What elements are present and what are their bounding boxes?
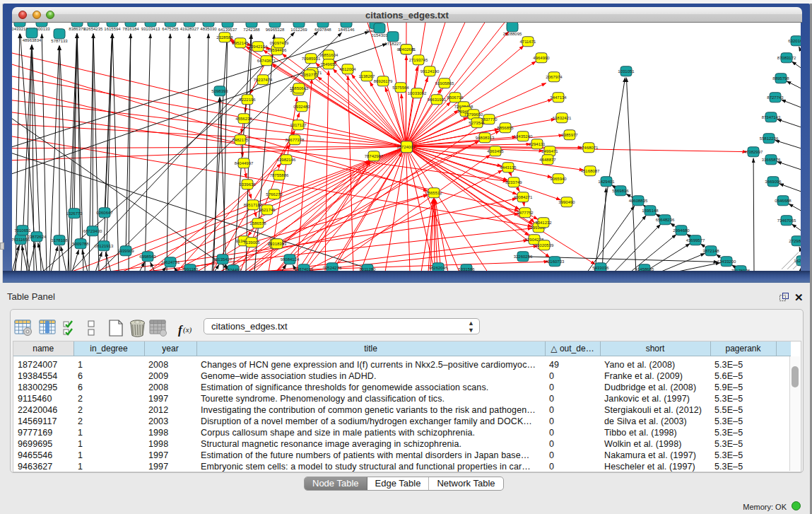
svg-text:9065940: 9065940	[550, 177, 567, 181]
svg-text:41458685: 41458685	[635, 267, 654, 271]
svg-text:7482175: 7482175	[232, 138, 249, 142]
svg-text:6697848: 6697848	[314, 28, 331, 32]
svg-text:1031051: 1031051	[618, 69, 635, 74]
svg-text:7010651: 7010651	[14, 228, 31, 233]
svg-text:5766270: 5766270	[266, 192, 283, 197]
svg-text:73467065: 73467065	[777, 218, 796, 223]
svg-text:5375564: 5375564	[392, 86, 409, 90]
svg-text:64743671: 64743671	[257, 59, 276, 63]
svg-text:2294131: 2294131	[529, 142, 546, 146]
svg-text:79237474: 79237474	[254, 78, 273, 82]
svg-text:13435240: 13435240	[514, 134, 533, 139]
svg-text:1326773: 1326773	[66, 211, 83, 216]
svg-text:0952145: 0952145	[232, 41, 249, 45]
svg-text:25288095: 25288095	[503, 32, 522, 36]
svg-text:15850643: 15850643	[290, 86, 309, 90]
svg-text:84044997: 84044997	[235, 161, 254, 165]
svg-text:93103413: 93103413	[141, 27, 160, 31]
svg-text:3341232: 3341232	[535, 221, 552, 225]
svg-text:0932480: 0932480	[293, 105, 310, 109]
svg-text:0154303: 0154303	[371, 33, 388, 37]
svg-text:7139005: 7139005	[243, 240, 260, 245]
svg-text:68723430: 68723430	[83, 229, 102, 233]
svg-text:96965328: 96965328	[266, 28, 285, 32]
svg-text:34624751: 34624751	[161, 260, 180, 264]
svg-text:32260256: 32260256	[514, 255, 533, 259]
svg-text:2328588: 2328588	[216, 35, 233, 40]
svg-text:61832421: 61832421	[553, 116, 572, 120]
svg-text:6475255: 6475255	[162, 27, 179, 31]
svg-text:1824493: 1824493	[225, 268, 242, 271]
svg-text:08121913: 08121913	[95, 244, 114, 248]
svg-text:7837770: 7837770	[481, 117, 498, 122]
svg-text:33942104: 33942104	[249, 45, 268, 49]
svg-text:1595148: 1595148	[642, 209, 659, 213]
svg-text:9477752: 9477752	[517, 211, 534, 215]
svg-text:1317127: 1317127	[290, 123, 307, 127]
svg-text:47382997: 47382997	[744, 150, 763, 154]
svg-text:7549651: 7549651	[320, 62, 337, 66]
svg-text:09097439: 09097439	[270, 41, 289, 45]
svg-text:79176936: 79176936	[731, 269, 751, 271]
svg-text:78755886: 78755886	[270, 173, 289, 177]
svg-text:2994680: 2994680	[673, 228, 690, 233]
svg-text:4648877: 4648877	[539, 158, 556, 162]
svg-text:55812236: 55812236	[760, 136, 779, 141]
svg-text:7565512: 7565512	[425, 191, 442, 195]
svg-text:94808313: 94808313	[476, 136, 495, 140]
svg-text:91905865: 91905865	[435, 81, 454, 86]
svg-text:8233749: 8233749	[505, 180, 522, 185]
svg-text:4612004: 4612004	[339, 67, 356, 71]
svg-text:31665876: 31665876	[762, 158, 781, 162]
svg-text:5331586: 5331586	[458, 267, 475, 271]
svg-text:0385977: 0385977	[561, 133, 578, 137]
svg-text:8895798: 8895798	[772, 76, 789, 81]
svg-text:3990490: 3990490	[558, 200, 575, 204]
svg-text:4053773: 4053773	[301, 73, 318, 77]
svg-text:1429401: 1429401	[598, 180, 615, 184]
svg-text:5433036: 5433036	[592, 266, 609, 270]
svg-text:42160733: 42160733	[546, 259, 565, 264]
svg-text:29318393: 29318393	[268, 242, 287, 246]
svg-text:6998543: 6998543	[139, 255, 156, 259]
svg-text:98262045: 98262045	[429, 266, 448, 270]
svg-text:65648236: 65648236	[656, 218, 675, 222]
svg-text:4556238: 4556238	[235, 117, 252, 121]
svg-text:36851604: 36851604	[319, 53, 339, 57]
svg-text:33872624: 33872624	[28, 235, 47, 239]
svg-text:25135427: 25135427	[213, 257, 233, 262]
svg-text:21020539: 21020539	[535, 243, 554, 247]
svg-text:02402681: 02402681	[397, 47, 416, 52]
svg-text:89517187: 89517187	[244, 203, 263, 207]
svg-text:87347143: 87347143	[762, 115, 781, 119]
svg-text:99124190: 99124190	[420, 69, 440, 74]
svg-text:4964990: 4964990	[533, 56, 550, 60]
svg-text:0260647: 0260647	[96, 211, 113, 215]
svg-text:87083172: 87083172	[777, 56, 796, 60]
svg-text:7242388: 7242388	[243, 28, 260, 32]
svg-text:13433200: 13433200	[717, 259, 736, 264]
svg-text:41928327: 41928327	[180, 27, 199, 31]
svg-text:4363495: 4363495	[487, 149, 504, 153]
svg-text:6320163: 6320163	[788, 39, 801, 43]
svg-text:1138267: 1138267	[359, 74, 376, 78]
svg-text:1012269: 1012269	[290, 28, 307, 32]
svg-text:67468071: 67468071	[579, 146, 599, 150]
svg-text:86926179: 86926179	[374, 79, 393, 83]
svg-text:2621745: 2621745	[259, 208, 276, 212]
svg-text:00524278: 00524278	[323, 266, 342, 270]
svg-text:40608835: 40608835	[629, 199, 648, 203]
svg-text:70985931: 70985931	[302, 57, 321, 61]
svg-text:8727743: 8727743	[767, 95, 784, 100]
svg-text:0546688: 0546688	[775, 199, 792, 203]
svg-text:8011280: 8011280	[360, 267, 377, 271]
svg-text:1718227: 1718227	[384, 42, 401, 46]
svg-text:9222196: 9222196	[239, 98, 256, 102]
svg-text:3669096: 3669096	[765, 180, 782, 184]
svg-text:48963834: 48963834	[23, 38, 42, 42]
svg-text:98084124: 98084124	[281, 257, 300, 262]
svg-text:(x): (x)	[183, 325, 192, 334]
svg-text:96631931: 96631931	[428, 98, 447, 102]
svg-text:3178108: 3178108	[51, 238, 68, 243]
svg-text:2067974: 2067974	[546, 75, 563, 79]
